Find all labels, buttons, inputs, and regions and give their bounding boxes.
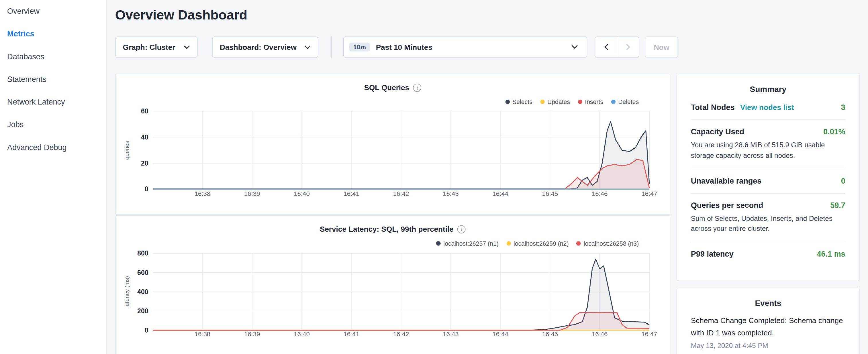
svg-text:16:47: 16:47: [641, 190, 657, 197]
svg-text:800: 800: [137, 250, 149, 257]
summary-row-unavailable-ranges: Unavailable ranges 0: [691, 169, 845, 193]
page-title: Overview Dashboard: [115, 7, 247, 23]
svg-text:16:43: 16:43: [443, 190, 459, 197]
svg-text:40: 40: [141, 133, 149, 141]
chevron-down-icon: [184, 45, 190, 49]
svg-text:60: 60: [141, 107, 149, 115]
svg-text:0: 0: [145, 185, 149, 193]
summary-label: Total Nodes: [691, 103, 735, 112]
chevron-left-icon: [604, 44, 608, 51]
svg-text:16:44: 16:44: [492, 190, 508, 197]
summary-label: Unavailable ranges: [691, 176, 762, 185]
svg-text:16:39: 16:39: [244, 190, 260, 197]
summary-panel: Summary Total Nodes View nodes list 3 Ca…: [677, 74, 860, 281]
summary-value: 0: [841, 176, 845, 185]
sidebar-item-advanced-debug[interactable]: Advanced Debug: [0, 136, 106, 159]
sidebar-item-overview[interactable]: Overview: [0, 0, 106, 23]
summary-description: You are using 28.6 MiB of 515.9 GiB usab…: [691, 140, 845, 161]
svg-text:16:40: 16:40: [294, 190, 310, 197]
svg-text:16:45: 16:45: [542, 331, 558, 338]
chevron-down-icon: [571, 45, 578, 49]
svg-text:16:41: 16:41: [343, 331, 359, 338]
svg-text:400: 400: [137, 288, 149, 296]
service-latency-plot[interactable]: 020040060080016:3816:3916:4016:4116:4216…: [116, 216, 671, 354]
chevron-down-icon: [304, 45, 310, 49]
svg-text:600: 600: [137, 269, 149, 277]
time-range-badge: 10m: [349, 43, 370, 52]
sidebar-item-jobs[interactable]: Jobs: [0, 114, 106, 136]
summary-row-capacity-used: Capacity Used 0.01% You are using 28.6 M…: [691, 120, 845, 169]
svg-text:0: 0: [145, 326, 149, 334]
dashboard-select-dropdown-label: Dashboard: Overview: [220, 43, 297, 51]
event-item[interactable]: Schema Change Completed: Schema change w…: [691, 315, 845, 350]
events-title: Events: [691, 288, 845, 310]
svg-text:16:43: 16:43: [443, 331, 459, 338]
svg-text:16:46: 16:46: [592, 190, 608, 197]
summary-title: Summary: [691, 74, 845, 96]
sidebar-item-statements[interactable]: Statements: [0, 68, 106, 91]
svg-text:16:41: 16:41: [343, 190, 359, 197]
svg-text:16:44: 16:44: [492, 331, 508, 338]
summary-label: Capacity Used: [691, 127, 744, 136]
svg-text:queries: queries: [124, 141, 130, 160]
graph-scope-dropdown[interactable]: Graph: Cluster: [115, 36, 198, 57]
svg-text:20: 20: [141, 160, 149, 167]
app-window: Overview Metrics Databases Statements Ne…: [0, 0, 868, 354]
dashboard-select-dropdown[interactable]: Dashboard: Overview: [212, 36, 318, 57]
right-column: Summary Total Nodes View nodes list 3 Ca…: [677, 74, 860, 354]
sql-queries-plot[interactable]: 020406016:3816:3916:4016:4116:4216:4316:…: [116, 74, 671, 215]
svg-text:16:38: 16:38: [194, 190, 211, 197]
summary-row-queries-per-second: Queries per second 59.7 Sum of Selects, …: [691, 193, 845, 242]
time-pager: [595, 36, 639, 57]
svg-text:16:39: 16:39: [244, 331, 260, 338]
summary-value: 46.1 ms: [817, 250, 845, 258]
svg-text:200: 200: [137, 307, 149, 315]
now-button[interactable]: Now: [645, 36, 678, 57]
sidebar-item-databases[interactable]: Databases: [0, 45, 106, 68]
summary-description: Sum of Selects, Updates, Inserts, and De…: [691, 213, 845, 234]
summary-value: 0.01%: [823, 127, 845, 136]
summary-label: Queries per second: [691, 200, 764, 210]
sql-queries-chart-card: SQL Queries Selects Updates Inserts: [115, 74, 671, 215]
svg-text:16:47: 16:47: [641, 331, 657, 338]
svg-text:latency (ms): latency (ms): [124, 276, 130, 308]
svg-text:16:42: 16:42: [393, 190, 409, 197]
time-range-label: Past 10 Minutes: [376, 43, 432, 51]
summary-row-p99-latency: P99 latency 46.1 ms: [691, 242, 845, 266]
graph-scope-dropdown-label: Graph: Cluster: [123, 43, 175, 51]
dashboard-controls: Graph: Cluster Dashboard: Overview 10m P…: [115, 36, 678, 57]
chevron-right-icon: [626, 44, 630, 51]
summary-row-total-nodes: Total Nodes View nodes list 3: [691, 96, 845, 120]
service-latency-chart-card: Service Latency: SQL, 99th percentile lo…: [115, 215, 671, 354]
time-forward-button[interactable]: [617, 36, 639, 57]
svg-text:16:46: 16:46: [592, 331, 608, 338]
view-nodes-list-link[interactable]: View nodes list: [740, 103, 794, 112]
summary-value: 59.7: [830, 200, 845, 210]
time-range-picker[interactable]: 10m Past 10 Minutes: [343, 36, 587, 57]
events-panel: Events Schema Change Completed: Schema c…: [677, 288, 860, 354]
summary-label: P99 latency: [691, 250, 734, 258]
svg-text:16:40: 16:40: [294, 331, 310, 338]
svg-text:16:38: 16:38: [194, 331, 211, 338]
sidebar: Overview Metrics Databases Statements Ne…: [0, 0, 107, 354]
sidebar-item-metrics[interactable]: Metrics: [0, 23, 106, 45]
summary-value: 3: [841, 103, 845, 112]
event-timestamp: May 13, 2020 at 4:45 PM: [691, 342, 845, 350]
divider: [331, 36, 332, 57]
event-text: Schema Change Completed: Schema change w…: [691, 315, 845, 339]
svg-text:16:45: 16:45: [542, 190, 558, 197]
time-back-button[interactable]: [595, 36, 617, 57]
charts-column: SQL Queries Selects Updates Inserts: [115, 74, 671, 354]
sidebar-item-network-latency[interactable]: Network Latency: [0, 91, 106, 114]
svg-text:16:42: 16:42: [393, 331, 409, 338]
